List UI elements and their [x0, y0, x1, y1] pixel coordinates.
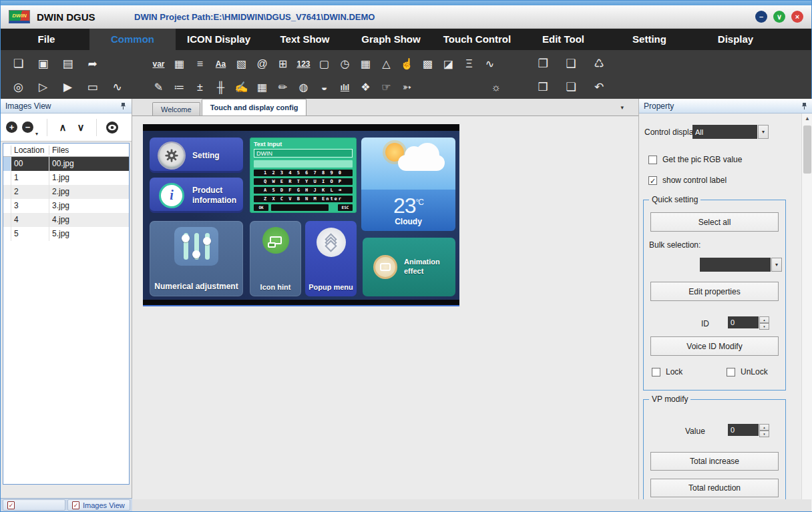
picture-icon[interactable]: ▧ [231, 54, 252, 74]
lock-checkbox[interactable]: Lock [652, 367, 682, 376]
pencil-icon[interactable]: ✏ [272, 77, 293, 97]
disk-search-icon[interactable]: ◒ [314, 77, 335, 97]
menu-item-graph-show[interactable]: Graph Show [348, 29, 434, 50]
animation-effect-tile[interactable]: Animation effect [363, 238, 455, 296]
menu-item-text-show[interactable]: Text Show [262, 29, 348, 50]
menu-item-display[interactable]: Display [692, 29, 779, 50]
product-information-tile[interactable]: i Product information [150, 178, 243, 213]
plus-minus-icon[interactable]: ± [190, 77, 210, 97]
weather-tile[interactable]: 23°C Cloudy [361, 138, 455, 231]
table-row[interactable]: 1 1.jpg [3, 171, 129, 185]
minimize-button[interactable]: – [755, 11, 767, 23]
unlock-checkbox[interactable]: UnLock [727, 367, 768, 376]
bulk-selection-select[interactable] [700, 258, 771, 272]
keyboard-space-key[interactable] [271, 204, 329, 211]
doc-edit-icon[interactable]: ✎ [148, 77, 169, 97]
checkbox-box-checked[interactable]: ✓ [648, 176, 657, 185]
keyboard-esc-key[interactable]: ESC [338, 204, 353, 211]
edit-properties-button[interactable]: Edit properties [650, 282, 779, 301]
slider-icon[interactable]: ≡ [190, 54, 210, 74]
spin-down-icon[interactable]: ▾ [759, 323, 769, 330]
save-icon[interactable]: ▣ [31, 54, 55, 74]
spin-down-icon[interactable]: ▾ [759, 431, 769, 437]
popup-menu-tile[interactable]: Popup menu [305, 221, 357, 296]
calendar-icon[interactable]: ▦ [355, 54, 376, 74]
hand-select-icon[interactable]: ☞ [376, 77, 397, 97]
data-variable-icon[interactable]: ⊞ [272, 54, 293, 74]
text-display-icon[interactable]: Aa [210, 54, 231, 74]
screen-preview[interactable]: Setting i Product information Numerical … [143, 124, 459, 306]
text-input-value[interactable]: DWIN [254, 149, 353, 158]
project-preview-icon[interactable]: ◎ [6, 77, 31, 97]
panel-tab-1[interactable]: ✓ [3, 499, 65, 511]
table-row[interactable]: 3 3.jpg [3, 199, 129, 213]
checkbox-box[interactable] [727, 368, 735, 376]
curve-icon[interactable]: ∿ [105, 77, 130, 97]
value-spinner[interactable]: ▴ ▾ [759, 424, 769, 436]
checkbox-box[interactable] [652, 368, 660, 376]
export-icon[interactable]: ➦ [80, 54, 105, 74]
tab-touch-display-config[interactable]: Touch and display config [202, 99, 307, 115]
paste-icon[interactable]: ❑ [557, 54, 585, 74]
menu-item-edit-tool[interactable]: Edit Tool [520, 29, 606, 50]
touch-gesture-icon[interactable]: ✍ [231, 77, 252, 97]
new-file-icon[interactable]: ❏ [6, 54, 31, 74]
var-icon[interactable]: var [148, 54, 169, 74]
pin-icon[interactable] [801, 102, 808, 110]
pin-icon[interactable] [120, 102, 127, 110]
bulk-selection-caret-icon[interactable]: ▾ [771, 258, 782, 272]
vertical-scrollbar[interactable]: ▲ ▼ [801, 113, 812, 511]
checkbox-box[interactable] [648, 156, 657, 164]
shapes-icon[interactable]: △ [376, 54, 397, 74]
keyboard-row[interactable]: Z X C V B N M Enter [254, 196, 353, 202]
keyboard-row[interactable]: A S D F G H J K L ⌫ [254, 187, 353, 194]
brightness-icon[interactable]: ☼ [485, 77, 506, 97]
table-edit-icon[interactable]: ▦ [252, 77, 272, 97]
id-spinner[interactable]: ▴ ▾ [759, 316, 769, 328]
number-icon[interactable]: 123 [293, 54, 314, 74]
tab-list-caret-icon[interactable]: ▾ [620, 104, 624, 111]
duplicate-icon[interactable]: ❏ [557, 77, 585, 97]
maximize-button[interactable]: ∨ [773, 11, 785, 23]
tab-welcome[interactable]: Welcome [152, 102, 200, 115]
v-slider-icon[interactable]: ╫ [210, 77, 231, 97]
move-down-button[interactable]: ∨ [74, 121, 87, 134]
menu-item-setting[interactable]: Setting [606, 29, 692, 50]
mouse-drag-icon[interactable]: ➳ [397, 77, 417, 97]
realtime-curve-icon[interactable]: ∿ [479, 54, 500, 74]
image-switch-icon[interactable]: ◪ [438, 54, 459, 74]
qr-code-icon[interactable]: ▩ [417, 54, 438, 74]
table-row[interactable]: 00 00.jpg [3, 157, 129, 171]
preview-eye-button[interactable] [106, 121, 119, 134]
control-display-select[interactable]: All [692, 125, 757, 139]
menu-item-touch-control[interactable]: Touch Control [434, 29, 520, 50]
scrollbar-thumb[interactable] [803, 125, 811, 174]
control-display-caret-icon[interactable]: ▾ [758, 125, 769, 139]
add-image-button[interactable]: + [6, 121, 17, 133]
menu-item-file[interactable]: File [3, 29, 89, 50]
text-box-icon[interactable]: ▢ [314, 54, 335, 74]
print-icon[interactable]: ▤ [55, 54, 80, 74]
screen-icon[interactable]: ▭ [80, 77, 105, 97]
icon-hint-tile[interactable]: Icon hint [250, 221, 301, 296]
audio-icon[interactable]: ılıl [335, 77, 355, 97]
panel-tab-images-view[interactable]: ✓ Images View [67, 499, 130, 511]
delete-icon[interactable]: ♺ [585, 54, 613, 74]
get-rgb-checkbox[interactable]: Get the pic RGB value [648, 155, 742, 164]
at-icon[interactable]: @ [252, 54, 272, 74]
keyboard-row[interactable]: Q W E R T Y U I O P [254, 178, 353, 185]
table-row[interactable]: 4 4.jpg [3, 213, 129, 227]
spin-up-icon[interactable]: ▴ [759, 424, 769, 431]
numerical-adjustment-tile[interactable]: Numerical adjustment [150, 221, 243, 296]
value-input[interactable]: 0 [728, 424, 759, 436]
close-button[interactable]: × [791, 11, 803, 23]
select-all-button[interactable]: Select all [650, 212, 779, 232]
total-increase-button[interactable]: Total increase [650, 452, 779, 471]
move-up-button[interactable]: ∧ [56, 121, 69, 134]
play-icon[interactable]: ▷ [31, 77, 55, 97]
undo-icon[interactable]: ↶ [585, 77, 613, 97]
keyboard-ok-key[interactable]: OK [254, 204, 268, 211]
bird-icon[interactable]: ❖ [355, 77, 376, 97]
total-reduction-button[interactable]: Total reduction [650, 479, 779, 497]
table-row[interactable]: 5 5.jpg [3, 227, 129, 241]
